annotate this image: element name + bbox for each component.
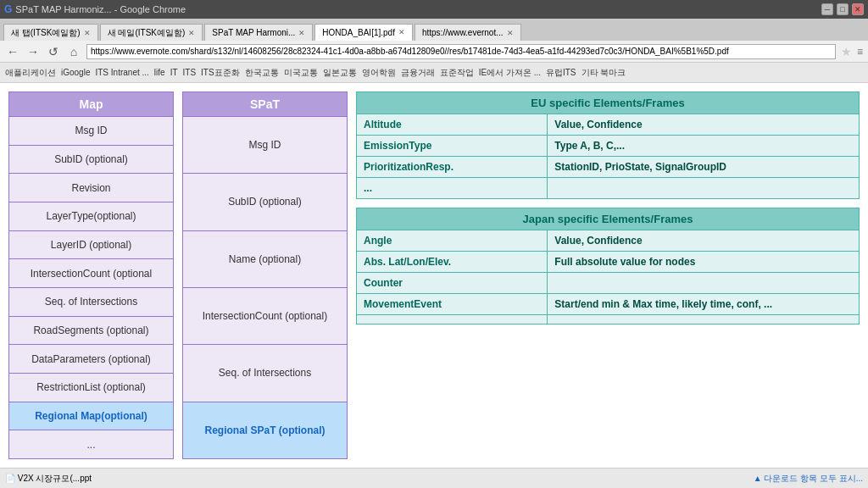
japan-row-2-val bbox=[548, 273, 860, 294]
table-row: IntersectionCount (optional) bbox=[183, 287, 348, 344]
table-row: LayerType(optional) bbox=[9, 202, 174, 230]
bookmark-its-intranet[interactable]: ITS Intranet ... bbox=[95, 68, 148, 77]
table-row: SubID (optional) bbox=[183, 174, 348, 230]
spat-table: SPaT Msg ID SubID (optional) Name (optio… bbox=[182, 92, 348, 459]
tab-2[interactable]: SPaT MAP Harmoni... ✕ bbox=[204, 24, 313, 41]
japan-row-1-key: Abs. Lat/Lon/Elev. bbox=[357, 252, 548, 273]
status-right-text: ▲ 다운로드 항목 모두 표시... bbox=[754, 474, 863, 483]
bookmark-english[interactable]: 영어학원 bbox=[362, 67, 396, 79]
spat-row-4: Seq. of Intersections bbox=[183, 345, 348, 402]
back-button[interactable]: ← bbox=[5, 45, 20, 58]
right-panel: EU specific Elements/Frames Altitude Val… bbox=[356, 92, 860, 459]
table-row: Regional Map(optional) bbox=[9, 402, 174, 430]
tab-0-close[interactable]: ✕ bbox=[84, 29, 91, 37]
tab-4-label: https://www.evernot... bbox=[422, 28, 504, 37]
address-input[interactable] bbox=[86, 44, 836, 59]
map-row-4: LayerID (optional) bbox=[9, 230, 174, 259]
map-row-0: Msg ID bbox=[9, 117, 174, 146]
japan-row-0-val: Value, Confidence bbox=[548, 230, 860, 252]
tab-4[interactable]: https://www.evernot... ✕ bbox=[415, 24, 521, 41]
table-row: Abs. Lat/Lon/Elev. Full absolute value f… bbox=[357, 252, 860, 273]
browser-title: SPaT MAP Harmoniz... - Google Chrome bbox=[15, 4, 186, 14]
tab-3-close[interactable]: ✕ bbox=[398, 28, 405, 36]
bookmark-its[interactable]: ITS bbox=[183, 68, 197, 77]
eu-table-header: EU specific Elements/Frames bbox=[357, 92, 860, 114]
table-row: Counter bbox=[357, 273, 860, 294]
bookmark-other[interactable]: 기타 북마크 bbox=[581, 67, 626, 79]
table-row: RoadSegments (optional) bbox=[9, 316, 174, 345]
eu-row-2-val: StationID, PrioState, SignalGroupID bbox=[548, 157, 860, 178]
tab-2-close[interactable]: ✕ bbox=[298, 29, 305, 37]
bookmark-jp-traffic[interactable]: 일본교통 bbox=[323, 67, 357, 79]
bookmark-us-traffic[interactable]: 미국교통 bbox=[284, 67, 318, 79]
status-right[interactable]: ▲ 다운로드 항목 모두 표시... bbox=[754, 473, 863, 485]
table-row: Revision bbox=[9, 174, 174, 202]
bookmark-star-icon[interactable]: ★ bbox=[841, 45, 852, 58]
map-row-2: Revision bbox=[9, 174, 174, 202]
table-row: Name (optional) bbox=[183, 230, 348, 287]
status-left: 📄 V2X 시장규모(...ppt bbox=[5, 473, 92, 485]
title-bar: G SPaT MAP Harmoniz... - Google Chrome ─… bbox=[0, 0, 868, 19]
forward-button[interactable]: → bbox=[25, 45, 41, 58]
tab-1-label: 새 메일(ITSK예일함) bbox=[108, 27, 186, 39]
settings-icon[interactable]: ≡ bbox=[857, 46, 863, 58]
bookmark-it[interactable]: IT bbox=[170, 68, 178, 77]
map-row-7: RoadSegments (optional) bbox=[9, 316, 174, 345]
tab-1[interactable]: 새 메일(ITSK예일함) ✕ bbox=[100, 24, 203, 41]
japan-row-3-val: Start/end min & Max time, likely time, c… bbox=[548, 294, 860, 315]
tab-3[interactable]: HONDA_BAI[1].pdf ✕ bbox=[314, 24, 413, 41]
map-row-3: LayerType(optional) bbox=[9, 202, 174, 230]
bookmark-igoogle[interactable]: iGoogle bbox=[61, 68, 90, 77]
bookmark-apps[interactable]: 애플리케이션 bbox=[5, 67, 56, 79]
tab-0[interactable]: 새 탭(ITSK예일함) ✕ bbox=[3, 24, 98, 41]
reload-button[interactable]: ↺ bbox=[46, 45, 61, 58]
table-row: Seq. of Intersections bbox=[9, 287, 174, 316]
eu-row-0-key: Altitude bbox=[357, 114, 548, 136]
spat-table-header: SPaT bbox=[183, 92, 348, 117]
japan-row-4-val bbox=[548, 315, 860, 324]
table-row: Angle Value, Confidence bbox=[357, 230, 860, 252]
eu-row-3-key: ... bbox=[357, 178, 548, 199]
japan-table: Japan specific Elements/Frames Angle Val… bbox=[356, 208, 860, 324]
map-table: Map Msg ID SubID (optional) Revision Lay… bbox=[8, 92, 174, 459]
japan-row-4-key bbox=[357, 315, 548, 324]
minimize-button[interactable]: ─ bbox=[821, 3, 833, 15]
browser-logo: G bbox=[4, 3, 12, 15]
table-row: Altitude Value, Confidence bbox=[357, 114, 860, 136]
table-row: RestrictionList (optional) bbox=[9, 373, 174, 402]
tab-4-close[interactable]: ✕ bbox=[507, 29, 514, 37]
bookmark-kr-traffic[interactable]: 한국교통 bbox=[245, 67, 279, 79]
bookmark-life[interactable]: life bbox=[154, 68, 165, 77]
maximize-button[interactable]: □ bbox=[837, 3, 849, 15]
bookmarks-bar: 애플리케이션 iGoogle ITS Intranet ... life IT … bbox=[0, 63, 868, 83]
bookmark-its-std[interactable]: ITS표준화 bbox=[201, 67, 240, 79]
table-row: MovementEvent Start/end min & Max time, … bbox=[357, 294, 860, 315]
spat-row-0: Msg ID bbox=[183, 117, 348, 174]
bookmark-ie[interactable]: IE에서 가져온 ... bbox=[479, 67, 541, 79]
map-row-8: DataParameters (optional) bbox=[9, 345, 174, 374]
address-bar: ← → ↺ ⌂ ★ ≡ bbox=[0, 41, 868, 63]
table-row: Msg ID bbox=[183, 117, 348, 174]
status-left-text: V2X 시장규모(...ppt bbox=[18, 474, 92, 483]
tab-1-close[interactable]: ✕ bbox=[188, 29, 195, 37]
tab-3-label: HONDA_BAI[1].pdf bbox=[322, 28, 395, 37]
eu-row-3-val bbox=[548, 178, 860, 199]
eu-row-2-key: PrioritizationResp. bbox=[357, 157, 548, 178]
japan-row-0-key: Angle bbox=[357, 230, 548, 252]
home-button[interactable]: ⌂ bbox=[66, 45, 81, 58]
spat-row-5: Regional SPaT (optional) bbox=[183, 402, 348, 458]
map-table-header: Map bbox=[9, 92, 174, 117]
map-row-10: Regional Map(optional) bbox=[9, 402, 174, 430]
bookmark-std-work[interactable]: 표준작업 bbox=[440, 67, 474, 79]
spat-row-3: IntersectionCount (optional) bbox=[183, 287, 348, 344]
table-row: IntersectionCount (optional bbox=[9, 259, 174, 288]
spat-row-1: SubID (optional) bbox=[183, 174, 348, 230]
close-button[interactable]: ✕ bbox=[852, 3, 864, 15]
table-row: Seq. of Intersections bbox=[183, 345, 348, 402]
eu-row-0-val: Value, Confidence bbox=[548, 114, 860, 136]
table-row: SubID (optional) bbox=[9, 145, 174, 174]
bookmark-finance[interactable]: 금융거래 bbox=[401, 67, 435, 79]
table-row: LayerID (optional) bbox=[9, 230, 174, 259]
bookmark-eu-its[interactable]: 유럽ITS bbox=[546, 67, 576, 79]
tab-bar: 새 탭(ITSK예일함) ✕ 새 메일(ITSK예일함) ✕ SPaT MAP … bbox=[0, 19, 868, 41]
